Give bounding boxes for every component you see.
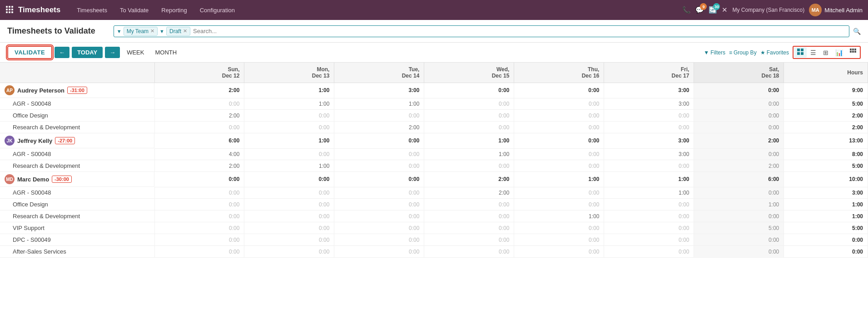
- next-button[interactable]: →: [105, 47, 120, 58]
- cell-mon: 1:00: [244, 133, 334, 149]
- name-cell[interactable]: AGR - S00048: [0, 148, 154, 160]
- close-icon[interactable]: ✕: [722, 6, 728, 14]
- menu-to-validate[interactable]: To Validate: [114, 4, 154, 16]
- phone-icon[interactable]: 📞: [682, 6, 691, 14]
- timesheet-table: Sun,Dec 12 Mon,Dec 13 Tue,Dec 14 Wed,Dec…: [0, 63, 868, 258]
- toolbar-right-actions: ▼ Filters ≡ Group By ★ Favorites ☰ ⊞ 📊: [704, 46, 861, 59]
- name-cell[interactable]: APAudrey Peterson-31:00: [0, 83, 154, 98]
- chat-icon[interactable]: 💬 9: [695, 6, 704, 14]
- name-cell[interactable]: Research & Development: [0, 210, 154, 222]
- svg-rect-15: [854, 49, 856, 50]
- svg-rect-12: [801, 52, 804, 55]
- search-input[interactable]: [190, 27, 272, 35]
- svg-rect-3: [6, 9, 8, 10]
- cell-mon: 0:00: [244, 234, 334, 246]
- search-submit-icon[interactable]: 🔍: [853, 28, 861, 35]
- menu-reporting[interactable]: Reporting: [156, 4, 192, 16]
- cell-tue: 0:00: [334, 234, 424, 246]
- cell-sun: 0:00: [154, 234, 244, 246]
- name-cell[interactable]: DPC - S00049: [0, 234, 154, 246]
- app-title: Timesheets: [18, 5, 60, 15]
- col-sun: Sun,Dec 12: [154, 63, 244, 83]
- cell-hours: 0:00: [784, 234, 868, 246]
- groupby-action[interactable]: ≡ Group By: [729, 49, 757, 56]
- svg-rect-13: [850, 49, 852, 50]
- filters-action[interactable]: ▼ Filters: [704, 49, 725, 56]
- name-cell[interactable]: Office Design: [0, 110, 154, 122]
- cell-thu: 0:00: [514, 148, 604, 160]
- user-name: Mitchell Admin: [824, 7, 863, 14]
- sub-row: AGR - S000480:000:000:002:000:001:000:00…: [0, 187, 868, 199]
- person-name: Marc Demo: [17, 176, 49, 183]
- week-button[interactable]: WEEK: [122, 47, 149, 58]
- star-icon: ★: [760, 49, 765, 56]
- activity-icon[interactable]: 🔄 30: [709, 6, 717, 14]
- cell-sun: 4:00: [154, 148, 244, 160]
- kanban-view-btn[interactable]: [794, 47, 807, 58]
- today-button[interactable]: TODAY: [72, 47, 103, 58]
- draft-remove[interactable]: ✕: [183, 28, 187, 34]
- apps-grid-icon[interactable]: [5, 5, 14, 15]
- name-cell[interactable]: Office Design: [0, 199, 154, 210]
- cell-sat: 0:00: [694, 210, 784, 222]
- svg-rect-11: [797, 52, 800, 55]
- month-button[interactable]: MONTH: [150, 47, 181, 58]
- cell-tue: 0:00: [334, 199, 424, 210]
- name-cell[interactable]: Research & Development: [0, 160, 154, 172]
- cell-sun: 0:00: [154, 199, 244, 210]
- draft-filter-tag[interactable]: Draft ✕: [166, 27, 190, 36]
- svg-rect-8: [11, 11, 13, 13]
- prev-button[interactable]: ←: [55, 47, 69, 58]
- my-team-remove[interactable]: ✕: [150, 28, 154, 34]
- name-cell[interactable]: AGR - S00048: [0, 98, 154, 110]
- cell-mon: 0:00: [244, 110, 334, 122]
- sub-row: AGR - S000484:000:000:001:000:003:000:00…: [0, 148, 868, 160]
- menu-configuration[interactable]: Configuration: [194, 4, 240, 16]
- pivot-view-btn[interactable]: [847, 47, 859, 58]
- svg-rect-14: [852, 49, 854, 50]
- top-nav: Timesheets Timesheets To Validate Report…: [0, 0, 868, 20]
- cell-fri: 0:00: [604, 122, 694, 133]
- cell-fri: 3:00: [604, 148, 694, 160]
- menu-timesheets[interactable]: Timesheets: [71, 4, 113, 16]
- cell-thu: 0:00: [514, 222, 604, 234]
- favorites-action[interactable]: ★ Favorites: [760, 49, 789, 56]
- person-row: JKJeffrey Kelly-27:006:001:000:001:000:0…: [0, 133, 868, 149]
- cell-tue: 0:00: [334, 160, 424, 172]
- col-name: [0, 63, 154, 83]
- name-cell[interactable]: Research & Development: [0, 122, 154, 133]
- my-team-filter-tag[interactable]: My Team ✕: [124, 27, 158, 36]
- cell-thu: 0:00: [514, 98, 604, 110]
- cell-thu: 0:00: [514, 234, 604, 246]
- name-cell[interactable]: After-Sales Services: [0, 246, 154, 258]
- name-cell[interactable]: MDMarc Demo-30:00: [0, 172, 154, 187]
- name-cell[interactable]: JKJeffrey Kelly-27:00: [0, 133, 154, 148]
- cell-sat: 2:00: [694, 160, 784, 172]
- chart-view-btn[interactable]: 📊: [832, 47, 846, 58]
- table-wrapper: Sun,Dec 12 Mon,Dec 13 Tue,Dec 14 Wed,Dec…: [0, 63, 868, 313]
- filter-icon: ▼: [704, 49, 709, 56]
- cell-sun: 0:00: [154, 122, 244, 133]
- sub-row: Office Design0:000:000:000:000:000:001:0…: [0, 199, 868, 210]
- name-cell[interactable]: VIP Support: [0, 222, 154, 234]
- list-view-btn[interactable]: ☰: [807, 47, 819, 58]
- cell-mon: 1:00: [244, 98, 334, 110]
- name-cell[interactable]: AGR - S00048: [0, 187, 154, 199]
- cell-mon: 0:00: [244, 172, 334, 187]
- top-nav-menu: Timesheets To Validate Reporting Configu…: [71, 4, 682, 16]
- cell-fri: 0:00: [604, 210, 694, 222]
- cell-fri: 0:00: [604, 222, 694, 234]
- cell-wed: 0:00: [424, 234, 514, 246]
- user-menu[interactable]: MA Mitchell Admin: [809, 4, 863, 16]
- person-avatar: JK: [5, 136, 15, 146]
- validate-button[interactable]: VALIDATE: [7, 46, 52, 59]
- svg-rect-16: [850, 51, 852, 53]
- cell-wed: 0:00: [424, 110, 514, 122]
- search-bar[interactable]: ▼ My Team ✕ ▼ Draft ✕: [114, 25, 849, 37]
- cell-sun: 0:00: [154, 172, 244, 187]
- cell-tue: 0:00: [334, 210, 424, 222]
- cell-hours: 9:00: [784, 83, 868, 98]
- cell-sat: 0:00: [694, 110, 784, 122]
- cell-tue: 2:00: [334, 122, 424, 133]
- grid-view-btn[interactable]: ⊞: [820, 47, 832, 58]
